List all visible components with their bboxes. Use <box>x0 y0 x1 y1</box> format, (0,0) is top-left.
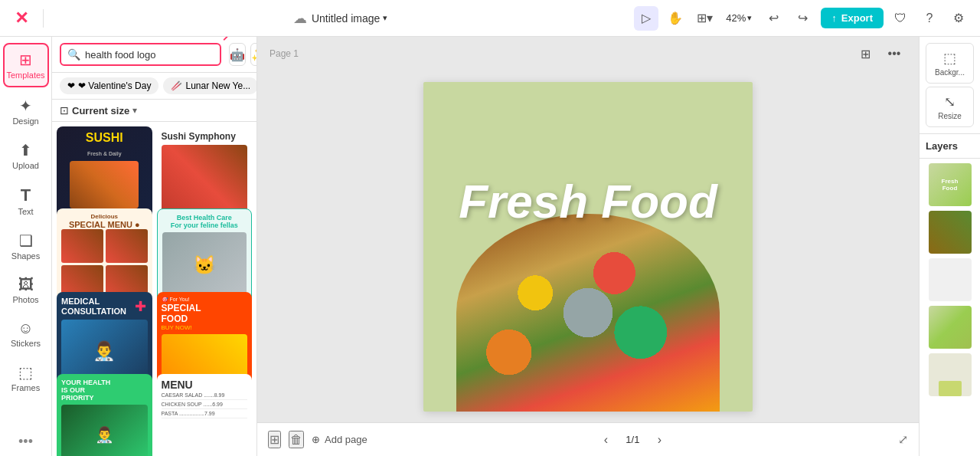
settings-button[interactable]: ⚙ <box>946 6 971 31</box>
topbar-center: ☁ Untitled image ▾ <box>53 10 628 27</box>
size-selector[interactable]: ⊡ Current size ▾ <box>52 100 256 122</box>
background-tool-button[interactable]: ⬚ Backgr... <box>926 43 974 84</box>
fresh-food-text: Fresh Food <box>423 174 753 228</box>
ai-search-button[interactable]: 🤖 <box>229 43 246 66</box>
search-bar: 🔍 ↙ 🤖 ✨ <box>52 37 256 73</box>
doc-chevron-icon: ▾ <box>383 13 387 23</box>
heart-icon: ❤ <box>67 80 75 91</box>
add-page-icon-button[interactable]: ⊞ <box>268 431 281 448</box>
canvas-actions: ⊞ ••• <box>853 41 906 66</box>
sidebar-item-photos[interactable]: 🖼 Photos <box>3 270 49 310</box>
text-icon: T <box>21 185 31 205</box>
template-image-sushi2 <box>162 145 248 218</box>
topbar-divider <box>43 9 44 28</box>
sidebar-item-stickers[interactable]: ☺ Stickers <box>3 313 49 354</box>
template-title-sushi1: SUSHIFresh & Daily <box>86 131 123 158</box>
add-page-button[interactable]: ⊕ Add page <box>312 431 368 448</box>
doc-title: Untitled image <box>312 12 381 25</box>
canvas-page[interactable]: Fresh Food <box>423 82 753 412</box>
layers-panel: Layers FreshFood <box>920 133 980 456</box>
menu-item-2: CHICKEN SOUP ......6.99 <box>162 400 248 409</box>
template-card-priority[interactable]: YOUR HEALTHIS OURPRIORITY 👨‍⚕️ <box>57 374 152 456</box>
size-icon: ⊡ <box>60 104 69 116</box>
sidebar-item-upload[interactable]: ⬆ Upload <box>3 135 49 176</box>
prev-page-button[interactable]: ‹ <box>593 428 618 452</box>
sidebar-label-stickers: Stickers <box>11 339 41 348</box>
layer-thumb-3[interactable] <box>929 258 972 301</box>
template-image-health: 🐱 <box>162 232 247 299</box>
hand-tool-button[interactable]: ✋ <box>663 6 688 31</box>
resize-label: Resize <box>938 112 962 120</box>
filter-valentines[interactable]: ❤ ❤ Valentine's Day <box>60 77 158 94</box>
sidebar-item-text[interactable]: T Text <box>3 179 49 222</box>
medical-cross-icon: ✚ <box>135 298 146 315</box>
sidebar-item-templates[interactable]: ⊞ Templates <box>3 43 49 87</box>
cloud-icon: ☁ <box>293 10 307 27</box>
select-tool-button[interactable]: ▷ <box>634 6 658 31</box>
template-title-health: Best Health CareFor your feline fellas <box>162 214 247 229</box>
template-card-health[interactable]: Best Health CareFor your feline fellas 🐱 <box>157 208 253 304</box>
layer-thumb-5[interactable] <box>929 353 972 396</box>
templates-grid: SUSHIFresh & Daily ★ BEST SELLER Sushi S… <box>52 122 256 456</box>
filter-lunar[interactable]: 🥢 Lunar New Ye... <box>163 77 256 94</box>
template-card-menu2[interactable]: MENU CAESAR SALAD .......8.99 CHICKEN SO… <box>157 374 253 456</box>
sidebar-item-design[interactable]: ✦ Design <box>3 90 49 132</box>
template-card-sushi2[interactable]: Sushi Symphony <box>157 126 253 222</box>
template-card-specfood[interactable]: 🎯 For You! SPECIALFOOD BUY NOW! <box>157 292 253 388</box>
quick-filters: ❤ ❤ Valentine's Day 🥢 Lunar New Ye... <box>52 73 256 100</box>
search-input[interactable] <box>85 49 214 61</box>
page-navigation: ‹ 1/1 › <box>593 428 671 452</box>
fullscreen-icon[interactable]: ⤢ <box>898 432 908 447</box>
layer-thumb-2[interactable] <box>929 211 972 254</box>
next-page-button[interactable]: › <box>647 428 671 452</box>
redo-button[interactable]: ↪ <box>790 6 815 31</box>
zoom-value: 42% <box>726 12 746 24</box>
canvas-header: Page 1 ⊞ ••• <box>257 37 919 71</box>
help-button[interactable]: ? <box>917 6 942 31</box>
page-label: Page 1 <box>270 48 299 59</box>
canvas-gallery-icon[interactable]: ⊞ <box>853 41 877 66</box>
resize-icon: ⤡ <box>944 93 956 110</box>
template-card-sushi1[interactable]: SUSHIFresh & Daily ★ BEST SELLER <box>57 126 152 222</box>
sidebar-more-button[interactable]: ••• <box>18 434 33 450</box>
sidebar-label-templates: Templates <box>6 71 44 80</box>
food-image-area <box>456 214 720 412</box>
food-item-2 <box>106 229 148 263</box>
background-label: Backgr... <box>935 68 965 77</box>
magic-wand-button[interactable]: ✨ <box>250 43 257 66</box>
delete-page-button[interactable]: 🗑 <box>289 431 304 448</box>
bottom-right-icons: ⤢ <box>898 432 908 447</box>
right-panel: ⬚ Backgr... ⤡ Resize Layers FreshFood <box>919 37 980 456</box>
template-card-medical[interactable]: ✚ MEDICALCONSULTATION 👨‍⚕️ <box>57 292 152 388</box>
search-icon: 🔍 <box>67 48 80 61</box>
grid-view-button[interactable]: ⊞▾ <box>692 6 717 31</box>
template-title-priority: YOUR HEALTHIS OURPRIORITY <box>61 379 148 402</box>
resize-tool-button[interactable]: ⤡ Resize <box>926 87 974 127</box>
layer-thumb-1[interactable]: FreshFood <box>929 163 972 206</box>
search-arrow-indicator: ↙ <box>221 37 235 46</box>
template-tag-specfood: 🎯 For You! <box>162 297 248 303</box>
undo-button[interactable]: ↩ <box>761 6 786 31</box>
search-input-wrap[interactable]: 🔍 ↙ <box>60 43 221 66</box>
template-image-priority: 👨‍⚕️ <box>61 405 148 456</box>
canvas-wrap: Page 1 ⊞ ••• Fresh Food ⊞ 🗑 ⊕ <box>257 37 919 456</box>
sidebar-label-frames: Frames <box>11 383 40 392</box>
app-logo[interactable]: ✕ <box>9 6 34 31</box>
zoom-selector[interactable]: 42% ▾ <box>721 9 756 27</box>
topbar-tools: ▷ ✋ ⊞▾ 42% ▾ ↩ ↪ <box>634 6 815 31</box>
sidebar-label-text: Text <box>18 207 33 216</box>
layer-5-color <box>939 381 962 396</box>
canvas-more-icon[interactable]: ••• <box>882 41 906 66</box>
shield-icon-button[interactable]: 🛡 <box>888 6 913 31</box>
template-title-menu2: MENU <box>162 379 248 391</box>
layer-thumb-4[interactable] <box>929 306 972 349</box>
sidebar-item-frames[interactable]: ⬚ Frames <box>3 357 49 399</box>
canvas-area: Fresh Food <box>257 71 919 422</box>
template-card-menu[interactable]: Delicious SPECIAL MENU ● <box>57 208 152 304</box>
menu-item-1: CAESAR SALAD .......8.99 <box>162 391 248 400</box>
sidebar-item-shapes[interactable]: ❑ Shapes <box>3 225 49 267</box>
export-button[interactable]: ↑ Export <box>821 8 884 28</box>
doc-name-button[interactable]: Untitled image ▾ <box>312 12 388 25</box>
sidebar-label-photos: Photos <box>12 295 38 304</box>
templates-icon: ⊞ <box>19 51 32 69</box>
